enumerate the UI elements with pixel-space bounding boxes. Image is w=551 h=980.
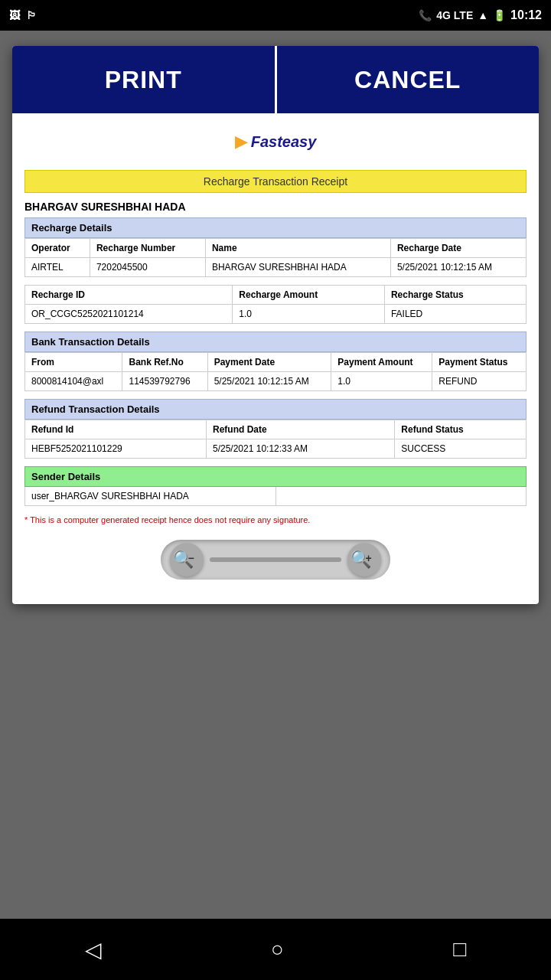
cell-refund-date: 5/25/2021 10:12:33 AM [206, 439, 394, 459]
zoom-out-button[interactable]: 🔍− [170, 543, 204, 577]
bank-details-header: Bank Transaction Details [24, 332, 527, 352]
refund-table: Refund Id Refund Date Refund Status HEBF… [24, 420, 527, 459]
col-name: Name [205, 239, 390, 258]
col-operator: Operator [25, 239, 90, 258]
receipt-area: ▶ Fasteasy Recharge Transaction Receipt … [12, 113, 539, 604]
call-icon: 📞 [419, 9, 432, 21]
back-button[interactable]: ◁ [85, 937, 102, 962]
battery-icon: 🔋 [493, 9, 506, 21]
home-button[interactable]: ○ [271, 937, 284, 962]
cell-bank-ref: 114539792796 [122, 372, 207, 391]
status-bar: 🖼 🏳 📞 4G LTE ▲ 🔋 10:12 [0, 0, 551, 31]
zoom-bar: 🔍− 🔍+ [161, 540, 390, 580]
gallery-icon: 🖼 [9, 9, 20, 21]
network-label: 4G LTE [436, 9, 473, 21]
cell-recharge-id: OR_CCGC5252021101214 [25, 305, 233, 324]
logo: ▶ Fasteasy [235, 132, 317, 152]
col-refund-id: Refund Id [25, 420, 207, 439]
cell-name: BHARGAV SURESHBHAI HADA [205, 258, 390, 277]
cell-recharge-status: FAILED [384, 305, 526, 324]
cell-payment-status: REFUND [432, 372, 527, 391]
col-payment-status: Payment Status [432, 353, 527, 372]
cell-from: 8000814104@axl [25, 372, 122, 391]
zoom-slider[interactable] [210, 557, 341, 562]
sender-cell-empty [276, 487, 527, 505]
zoom-controls: 🔍− 🔍+ [24, 524, 527, 592]
customer-name: BHARGAV SURESHBHAI HADA [24, 201, 527, 213]
refund-details-header: Refund Transaction Details [24, 399, 527, 420]
recent-button[interactable]: □ [453, 937, 466, 962]
sender-value: user_BHARGAV SURESHBHAI HADA [25, 487, 276, 505]
logo-arrow-icon: ▶ [235, 132, 248, 152]
col-payment-amount: Payment Amount [331, 353, 432, 372]
recharge-id-table: Recharge ID Recharge Amount Recharge Sta… [24, 285, 527, 324]
recharge-table: Operator Recharge Number Name Recharge D… [24, 238, 527, 277]
signal-icon: ▲ [478, 9, 488, 21]
sender-header: Sender Details [24, 466, 527, 487]
footer-note: * This is a computer generated receipt h… [24, 515, 527, 524]
cancel-button[interactable]: CANCEL [275, 46, 540, 113]
col-recharge-amount: Recharge Amount [233, 286, 385, 305]
table-row: OR_CCGC5252021101214 1.0 FAILED [25, 305, 527, 324]
cell-payment-amount: 1.0 [331, 372, 432, 391]
action-buttons: PRINT CANCEL [12, 46, 539, 113]
col-recharge-date: Recharge Date [390, 239, 526, 258]
logo-area: ▶ Fasteasy [24, 126, 527, 158]
col-payment-date: Payment Date [207, 353, 331, 372]
col-from: From [25, 353, 122, 372]
print-button[interactable]: PRINT [12, 46, 275, 113]
col-refund-date: Refund Date [206, 420, 394, 439]
col-recharge-number: Recharge Number [90, 239, 205, 258]
logo-text: Fasteasy [251, 133, 317, 151]
cell-recharge-amount: 1.0 [233, 305, 385, 324]
cell-recharge-number: 7202045500 [90, 258, 205, 277]
bank-table: From Bank Ref.No Payment Date Payment Am… [24, 352, 527, 391]
recharge-details-header: Recharge Details [24, 217, 527, 238]
table-row: 8000814104@axl 114539792796 5/25/2021 10… [25, 372, 527, 391]
main-area: PRINT CANCEL ▶ Fasteasy Recharge Transac… [0, 31, 551, 919]
table-row: AIRTEL 7202045500 BHARGAV SURESHBHAI HAD… [25, 258, 527, 277]
zoom-out-icon: 🔍− [173, 550, 200, 570]
cell-refund-status: SUCCESS [395, 439, 527, 459]
cell-refund-id: HEBF5252021101229 [25, 439, 207, 459]
nav-bar: ◁ ○ □ [0, 919, 551, 980]
cell-operator: AIRTEL [25, 258, 90, 277]
zoom-in-icon: 🔍+ [350, 550, 377, 570]
zoom-in-button[interactable]: 🔍+ [347, 543, 381, 577]
receipt-title: Recharge Transaction Receipt [24, 170, 527, 193]
col-recharge-status: Recharge Status [384, 286, 526, 305]
cell-recharge-date: 5/25/2021 10:12:15 AM [390, 258, 526, 277]
cell-payment-date: 5/25/2021 10:12:15 AM [207, 372, 331, 391]
col-refund-status: Refund Status [395, 420, 527, 439]
col-bank-ref: Bank Ref.No [122, 353, 207, 372]
sender-row: user_BHARGAV SURESHBHAI HADA [24, 487, 527, 506]
table-row: HEBF5252021101229 5/25/2021 10:12:33 AM … [25, 439, 527, 459]
col-recharge-id: Recharge ID [25, 286, 233, 305]
clock: 10:12 [510, 8, 542, 22]
modal-card: PRINT CANCEL ▶ Fasteasy Recharge Transac… [12, 46, 539, 604]
notification-icon: 🏳 [26, 9, 37, 21]
